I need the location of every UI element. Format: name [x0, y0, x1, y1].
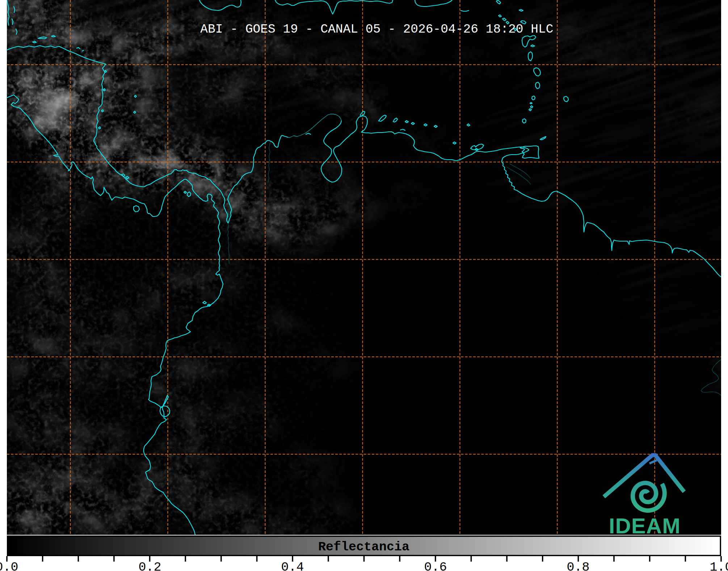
svg-text:0.0: 0.0	[0, 560, 18, 571]
svg-text:IDEAM: IDEAM	[609, 514, 681, 538]
svg-text:0.4: 0.4	[281, 560, 304, 571]
svg-text:1.0: 1.0	[710, 560, 728, 571]
svg-text:ABI - GOES 19 - CANAL 05 - 202: ABI - GOES 19 - CANAL 05 - 2026-04-26 18…	[200, 22, 553, 36]
svg-text:0.8: 0.8	[567, 560, 589, 571]
svg-text:Reflectancia: Reflectancia	[318, 540, 409, 554]
svg-text:0.2: 0.2	[138, 560, 161, 571]
svg-text:0.6: 0.6	[424, 560, 447, 571]
